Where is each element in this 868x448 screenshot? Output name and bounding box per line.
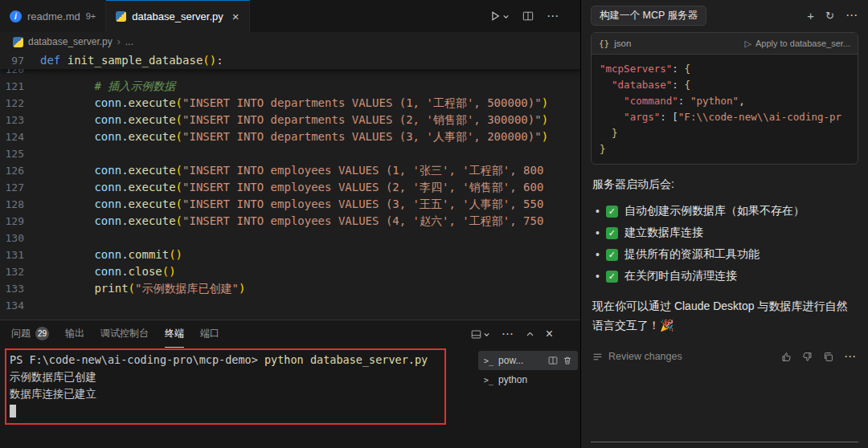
- chat-title[interactable]: 构建一个 MCP 服务器: [591, 6, 706, 26]
- copy-icon[interactable]: [823, 352, 833, 362]
- panel-layout-icon: [471, 329, 481, 340]
- panel-more-button[interactable]: ⋯: [502, 327, 514, 341]
- token: [40, 214, 94, 227]
- panel-tab-调试控制台[interactable]: 调试控制台: [100, 320, 149, 348]
- tab-bar: ireadme.md9+database_server.py× ⋯: [0, 0, 580, 32]
- check-icon: ✓: [606, 271, 618, 283]
- check-icon: ✓: [606, 227, 618, 239]
- thumbs-up-icon[interactable]: [781, 352, 792, 362]
- token: [40, 96, 94, 109]
- panel-tab-label: 端口: [200, 327, 219, 340]
- editor-tab-readme.md[interactable]: ireadme.md9+: [0, 0, 106, 32]
- token: def: [40, 54, 60, 67]
- token: [600, 79, 612, 91]
- terminal-line: 数据库连接已建立: [10, 385, 466, 402]
- review-changes-label[interactable]: Review changes: [608, 351, 682, 362]
- token: "INSERT INTO departments VALUES (3, '人事部…: [182, 130, 542, 143]
- token: :: [672, 79, 684, 91]
- split-editor-button[interactable]: [522, 10, 534, 22]
- new-chat-button[interactable]: +: [807, 9, 814, 22]
- token: [40, 198, 94, 210]
- close-icon[interactable]: ×: [232, 10, 240, 23]
- token: commit: [129, 248, 170, 261]
- breadcrumb-separator: ›: [117, 36, 121, 47]
- code-line: 128 conn.execute("INSERT INTO employees …: [0, 196, 580, 213]
- token: execute: [129, 130, 176, 143]
- chat-outro-text: 现在你可以通过 Claude Desktop 与数据库进行自然语言交互了！🎉: [592, 296, 857, 335]
- editor-tab-database_server.py[interactable]: database_server.py×: [106, 0, 249, 32]
- token: "mcpServers": [600, 63, 672, 75]
- token: "INSERT INTO employees VALUES (4, '赵六', …: [182, 214, 543, 227]
- chevron-down-icon: [483, 331, 490, 338]
- chevron-down-icon: [502, 13, 510, 20]
- line-number: 128: [0, 196, 40, 213]
- panel-tab-问题[interactable]: 问题29: [11, 320, 49, 348]
- apply-label: Apply to database_ser...: [755, 39, 850, 48]
- panel-layout-button[interactable]: [471, 329, 490, 340]
- history-icon[interactable]: ↻: [825, 10, 834, 22]
- token: [600, 111, 624, 123]
- tab-label: readme.md: [27, 10, 80, 22]
- token: execute: [129, 164, 176, 177]
- token: }: [600, 143, 606, 155]
- token: .: [121, 265, 128, 278]
- token: execute: [129, 96, 176, 109]
- sticky-scroll-line[interactable]: 97 def init_sample_database():: [0, 51, 580, 69]
- terminal-row-icons: [548, 356, 572, 365]
- line-number: 97: [0, 52, 40, 69]
- code-line: 121 # 插入示例数据: [0, 78, 580, 95]
- panel-tab-端口[interactable]: 端口: [200, 320, 219, 348]
- token: :: [672, 63, 684, 75]
- thumbs-down-icon[interactable]: [802, 352, 813, 362]
- code-text: conn.close(): [40, 263, 176, 280]
- terminal-instance-python[interactable]: >_python: [478, 370, 578, 389]
- terminal[interactable]: PS F:\code-new\ai-coding-pro\mcp-demo> p…: [0, 348, 476, 448]
- panel-close-button[interactable]: ×: [546, 327, 553, 341]
- breadcrumb[interactable]: database_server.py › ...: [0, 32, 580, 51]
- code-text: conn.execute("INSERT INTO employees VALU…: [40, 213, 543, 230]
- code-block-body: "mcpServers": { "database": { "command":…: [592, 55, 858, 164]
- run-button[interactable]: [489, 10, 510, 22]
- kill-terminal-icon[interactable]: [563, 356, 572, 365]
- code-editor[interactable]: 97 def init_sample_database(): 120121 # …: [0, 51, 580, 320]
- line-number: 121: [0, 78, 40, 95]
- token: .: [121, 181, 128, 193]
- checklist-item: •✓提供所有的资源和工具功能: [596, 247, 857, 262]
- token: [40, 248, 94, 261]
- token: conn: [94, 130, 121, 143]
- line-number: 134: [0, 297, 40, 314]
- apply-button[interactable]: ▷ Apply to database_ser...: [745, 39, 851, 49]
- code-line: 127 conn.execute("INSERT INTO employees …: [0, 179, 580, 196]
- more-actions-button[interactable]: ⋯: [547, 9, 559, 23]
- token: .: [121, 214, 128, 227]
- split-terminal-icon[interactable]: [548, 356, 558, 365]
- json-line: "database": {: [600, 77, 850, 93]
- terminal-instance-label: pow...: [498, 355, 523, 366]
- panel-tab-label: 输出: [65, 327, 84, 340]
- checklist-item: •✓在关闭时自动清理连接: [596, 269, 857, 283]
- token: print: [94, 282, 128, 295]
- json-braces-icon: {}: [599, 39, 609, 49]
- chat-footer: Review changes ⋯: [592, 349, 857, 364]
- footer-more-button[interactable]: ⋯: [844, 349, 857, 364]
- sticky-code: def init_sample_database():: [40, 52, 223, 69]
- panel-tab-输出[interactable]: 输出: [65, 320, 84, 348]
- terminal-instance-pow...[interactable]: >_pow...: [478, 351, 578, 370]
- code-text: conn.execute("INSERT INTO employees VALU…: [40, 179, 543, 196]
- checklist-text: 在关闭时自动清理连接: [624, 269, 737, 283]
- token: :: [216, 54, 223, 67]
- panel-maximize-button[interactable]: [526, 330, 534, 339]
- code-line: 133 print("示例数据库已创建"): [0, 280, 580, 297]
- token: "INSERT INTO departments VALUES (1, '工程部…: [182, 96, 542, 109]
- token: PS F:\code-new\ai-coding-pro\mcp-demo>: [10, 353, 264, 366]
- code-line: 132 conn.close(): [0, 263, 580, 280]
- panel-tab-bar: 问题29输出调试控制台终端端口 ⋯ ×: [0, 320, 580, 348]
- token: [60, 54, 67, 67]
- panel-tab-label: 调试控制台: [100, 327, 149, 340]
- panel-tab-终端[interactable]: 终端: [165, 320, 184, 348]
- token: {: [684, 63, 690, 75]
- chat-more-button[interactable]: ⋯: [845, 8, 858, 22]
- code-text: conn.execute("INSERT INTO departments VA…: [40, 128, 548, 145]
- code-text: conn.commit(): [40, 246, 182, 263]
- token: 示例数据库已创建: [10, 370, 96, 383]
